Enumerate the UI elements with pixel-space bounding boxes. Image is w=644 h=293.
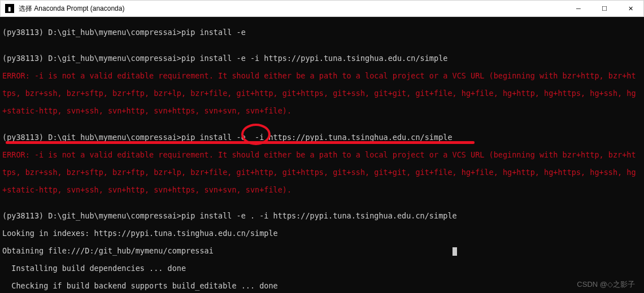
app-icon: ▮	[5, 4, 14, 13]
minimize-button[interactable]: ─	[565, 1, 591, 16]
error-line: tps, bzr+ssh, bzr+sftp, bzr+ftp, bzr+lp,…	[2, 89, 642, 98]
prompt-line: (py38113) D:\git_hub\mymenu\compressai>p…	[2, 133, 642, 142]
terminal-cursor	[452, 247, 457, 256]
output-line: Looking in indexes: https://pypi.tuna.ts…	[2, 229, 642, 238]
maximize-button[interactable]: ☐	[591, 1, 617, 16]
prompt-line: (py38113) D:\git_hub\mymenu\compressai>p…	[2, 28, 642, 37]
error-line: +static-http, svn+ssh, svn+http, svn+htt…	[2, 186, 642, 195]
app-icon-glyph: ▮	[8, 6, 11, 12]
output-line: Checking if build backend supports build…	[2, 282, 642, 291]
error-line: ERROR: -i is not a valid editable requir…	[2, 72, 642, 81]
output-line: Obtaining file:///D:/git_hub/mymenu/comp…	[2, 247, 642, 256]
prompt-line: (py38113) D:\git_hub\mymenu\compressai>p…	[2, 54, 642, 63]
watermark: CSDN @◇之影子	[577, 279, 635, 290]
error-line: tps, bzr+ssh, bzr+sftp, bzr+ftp, bzr+lp,…	[2, 168, 642, 177]
error-line: +static-http, svn+ssh, svn+http, svn+htt…	[2, 107, 642, 116]
error-line: ERROR: -i is not a valid editable requir…	[2, 151, 642, 160]
close-button[interactable]: ✕	[617, 1, 643, 16]
terminal-output[interactable]: (py38113) D:\git_hub\mymenu\compressai>p…	[0, 17, 644, 293]
window-controls: ─ ☐ ✕	[565, 1, 643, 16]
output-line: Installing build dependencies ... done	[2, 264, 642, 273]
window-title: 选择 Anaconda Prompt (anaconda)	[18, 4, 565, 14]
output-text: Obtaining file:///D:/git_hub/mymenu/comp…	[2, 246, 214, 255]
prompt-line: (py38113) D:\git_hub\mymenu\compressai>p…	[2, 212, 642, 221]
window-titlebar: ▮ 选择 Anaconda Prompt (anaconda) ─ ☐ ✕	[0, 0, 644, 17]
